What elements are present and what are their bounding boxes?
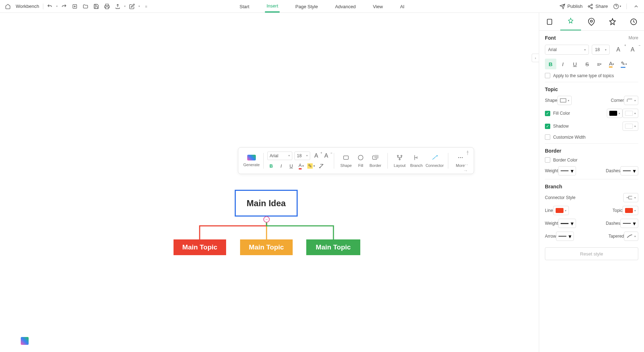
- connector-style-select[interactable]: ▾: [623, 193, 638, 202]
- layout-button[interactable]: Layout: [391, 154, 408, 168]
- svg-rect-32: [560, 99, 566, 102]
- increase-font-side[interactable]: A+: [613, 44, 624, 55]
- app-logo-icon: [21, 337, 29, 345]
- underline-side[interactable]: U: [569, 59, 581, 69]
- arrow-select[interactable]: ▾: [556, 232, 574, 241]
- side-panel-collapse[interactable]: ›: [532, 54, 539, 62]
- align-side[interactable]: ≡▾: [594, 59, 605, 69]
- highlight-side[interactable]: ✎▾: [618, 59, 629, 69]
- print-icon[interactable]: [103, 2, 111, 11]
- topic-color-select[interactable]: ▾: [623, 206, 638, 215]
- text-color-side[interactable]: A▾: [606, 59, 617, 69]
- export-icon[interactable]: [113, 2, 122, 11]
- branch-weight-select[interactable]: ▾: [558, 219, 576, 228]
- menu-advanced[interactable]: Advanced: [333, 1, 357, 12]
- decrease-font-side[interactable]: A−: [627, 44, 638, 55]
- pin-icon[interactable]: [465, 150, 470, 155]
- italic-button[interactable]: I: [277, 162, 285, 170]
- font-size-select[interactable]: 18▾: [294, 152, 310, 160]
- border-dashes-select[interactable]: ▾: [620, 166, 638, 175]
- node-topic-2[interactable]: Main Topic: [240, 239, 293, 255]
- menu-view[interactable]: View: [371, 1, 384, 12]
- fill-button[interactable]: Fill: [355, 154, 367, 168]
- save-icon[interactable]: [92, 2, 101, 11]
- open-folder-icon[interactable]: [81, 2, 90, 11]
- strike-side[interactable]: S: [581, 59, 593, 69]
- branch-section-title: Branch: [545, 184, 638, 189]
- collapse-children-icon[interactable]: −: [263, 216, 270, 223]
- fill-color-1[interactable]: ▾: [607, 109, 623, 118]
- floating-toolbar: Generate Arial▾ 18▾ A+ A− B I U A▾ ✎▾ Sh…: [238, 147, 474, 174]
- font-more-link[interactable]: More: [629, 35, 638, 40]
- tapered-select[interactable]: ▾: [624, 232, 638, 241]
- svg-rect-18: [344, 156, 348, 159]
- publish-button[interactable]: Publish: [560, 4, 583, 9]
- svg-point-27: [460, 157, 461, 158]
- svg-rect-29: [547, 19, 552, 24]
- increase-font-icon[interactable]: A+: [312, 152, 320, 160]
- canvas[interactable]: Main Idea − Main Topic Main Topic Main T…: [0, 13, 542, 352]
- workbench-label[interactable]: Workbench: [14, 4, 41, 9]
- share-button[interactable]: Share: [587, 4, 608, 9]
- menu-insert[interactable]: Insert: [265, 0, 280, 13]
- underline-button[interactable]: U: [287, 162, 295, 170]
- font-size-select-side[interactable]: 18▾: [592, 45, 610, 55]
- menu-start[interactable]: Start: [238, 1, 251, 12]
- menu-page-style[interactable]: Page Style: [294, 1, 319, 12]
- bold-side[interactable]: B: [545, 59, 556, 69]
- side-panel: FontMore Arial▾ 18▾ A+ A− B I U S ≡▾ A▾ …: [539, 13, 644, 352]
- font-section-title: Font: [545, 35, 556, 41]
- border-color-check[interactable]: Border Color: [545, 157, 638, 163]
- home-icon[interactable]: [4, 2, 12, 11]
- reset-style-button[interactable]: Reset style: [545, 247, 638, 260]
- node-topic-3[interactable]: Main Topic: [306, 239, 360, 255]
- shape-select[interactable]: ▾: [557, 96, 572, 105]
- connector-button[interactable]: Connector: [425, 154, 444, 168]
- side-tab-icons[interactable]: [602, 13, 623, 30]
- svg-point-26: [458, 157, 459, 158]
- more-menu-icon[interactable]: ≡: [142, 2, 151, 11]
- svg-point-25: [436, 155, 438, 156]
- new-file-icon[interactable]: [70, 2, 79, 11]
- shadow-select[interactable]: ▾: [623, 122, 638, 131]
- fill-color-2[interactable]: ▾: [623, 109, 638, 118]
- svg-point-2: [588, 6, 590, 7]
- shape-button[interactable]: Shape: [338, 154, 355, 168]
- expand-toolbar-icon[interactable]: ⋯→: [463, 164, 471, 172]
- font-family-select[interactable]: Arial▾: [267, 152, 292, 160]
- branch-dashes-select[interactable]: ▾: [620, 219, 638, 228]
- collapse-up-icon[interactable]: [632, 2, 640, 11]
- menu-ai[interactable]: AI: [399, 1, 406, 12]
- topic-section-title: Topic: [545, 86, 638, 92]
- svg-point-1: [591, 4, 592, 5]
- undo-icon[interactable]: [45, 2, 54, 11]
- node-topic-1[interactable]: Main Topic: [174, 239, 226, 255]
- svg-point-30: [591, 20, 593, 22]
- corner-select[interactable]: ▾: [624, 96, 638, 105]
- line-color-select[interactable]: ▾: [553, 206, 569, 215]
- generate-icon: [247, 155, 256, 160]
- text-color-button[interactable]: A▾: [297, 162, 305, 170]
- edit-icon[interactable]: [128, 2, 136, 11]
- bold-button[interactable]: B: [267, 162, 275, 170]
- border-weight-select[interactable]: ▾: [558, 166, 576, 175]
- side-tab-history[interactable]: [623, 13, 644, 30]
- font-family-select-side[interactable]: Arial▾: [545, 45, 589, 55]
- highlight-button[interactable]: ✎▾: [307, 162, 315, 170]
- border-button[interactable]: Border: [367, 154, 384, 168]
- clear-format-icon[interactable]: [317, 162, 325, 170]
- custom-width-check[interactable]: Customize Width: [545, 134, 638, 140]
- apply-same-type-check[interactable]: Apply to the same type of topics: [545, 73, 638, 78]
- node-main-idea[interactable]: Main Idea: [235, 190, 298, 217]
- svg-point-24: [399, 159, 400, 160]
- side-tab-style[interactable]: [560, 13, 581, 30]
- redo-icon[interactable]: [60, 2, 68, 11]
- help-icon[interactable]: ▾: [613, 2, 621, 11]
- italic-side[interactable]: I: [557, 59, 569, 69]
- branch-button[interactable]: Branch: [408, 154, 425, 168]
- decrease-font-icon[interactable]: A−: [322, 152, 330, 160]
- generate-button[interactable]: Generate: [243, 155, 260, 167]
- side-tab-mark[interactable]: [581, 13, 602, 30]
- svg-point-3: [591, 7, 592, 9]
- side-tab-page[interactable]: [539, 13, 560, 30]
